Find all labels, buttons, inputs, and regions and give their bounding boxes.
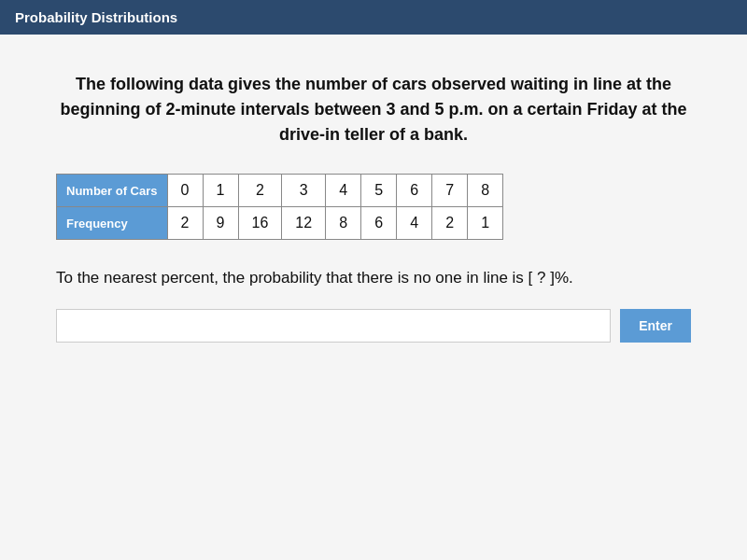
freq-1: 9 [203,207,238,240]
freq-8: 1 [468,207,503,240]
freq-6: 4 [397,207,432,240]
enter-button[interactable]: Enter [620,309,691,343]
freq-5: 6 [361,207,397,240]
col-8-header: 8 [468,175,503,207]
col-1-header: 1 [203,175,238,207]
content-area: The following data gives the number of c… [0,35,747,560]
freq-0: 2 [167,207,203,240]
table-row-header: Number of Cars 0 1 2 3 4 5 6 7 8 [57,175,503,207]
col-2-header: 2 [238,175,282,207]
app-window: Probability Distributions The following … [0,0,747,560]
question-text: To the nearest percent, the probability … [56,266,691,290]
problem-text: The following data gives the number of c… [56,72,691,147]
col-4-header: 4 [326,175,361,207]
table-row-frequency: Frequency 2 9 16 12 8 6 4 2 1 [57,207,503,240]
col-5-header: 5 [361,175,397,207]
freq-2: 16 [238,207,282,240]
col-7-header: 7 [432,175,468,207]
number-of-cars-header: Number of Cars [57,175,168,207]
title-bar-label: Probability Distributions [15,9,177,25]
col-3-header: 3 [282,175,326,207]
data-table-container: Number of Cars 0 1 2 3 4 5 6 7 8 Frequen… [56,174,691,240]
freq-4: 8 [326,207,361,240]
col-6-header: 6 [397,175,432,207]
input-row: Enter [56,309,691,343]
answer-input[interactable] [56,309,611,343]
freq-3: 12 [282,207,326,240]
title-bar: Probability Distributions [0,0,747,35]
col-0-header: 0 [167,175,203,207]
frequency-header: Frequency [57,207,168,240]
data-table: Number of Cars 0 1 2 3 4 5 6 7 8 Frequen… [56,174,503,240]
freq-7: 2 [432,207,468,240]
